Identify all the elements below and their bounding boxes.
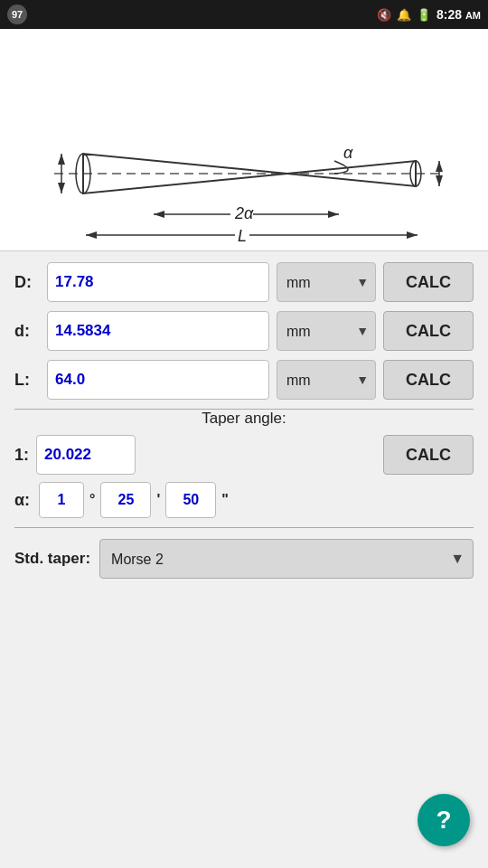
svg-text:L: L <box>238 227 247 245</box>
std-taper-label: Std. taper: <box>14 550 90 568</box>
std-taper-row: Std. taper: Morse 1 Morse 2 Morse 3 Mors… <box>0 539 488 579</box>
D-calc-button[interactable]: CALC <box>383 262 474 302</box>
taper-angle-title: Taper angle: <box>14 410 474 428</box>
divider-2 <box>14 527 474 528</box>
svg-marker-17 <box>58 183 65 193</box>
diagram-svg: α 2α L <box>27 38 461 246</box>
time-display: 8:28 AM <box>436 7 481 22</box>
volume-icon: 🔇 <box>377 8 391 22</box>
signal-value: 97 <box>12 9 23 20</box>
std-taper-select-wrapper: Morse 1 Morse 2 Morse 3 Morse 4 Morse 5 … <box>99 539 474 579</box>
D-row: D: mmcminch ▼ CALC <box>14 262 474 302</box>
svg-marker-13 <box>86 231 97 239</box>
d-row: d: mmcminch ▼ CALC <box>14 311 474 351</box>
L-row: L: mmcminch ▼ CALC <box>14 360 474 400</box>
degrees-unit: ° <box>89 492 95 508</box>
d-calc-button[interactable]: CALC <box>383 311 474 351</box>
minutes-input[interactable] <box>100 482 151 518</box>
main-inputs: D: mmcminch ▼ CALC d: mmcminch ▼ CALC L:… <box>0 251 488 400</box>
svg-text:2α: 2α <box>234 204 254 222</box>
L-label: L: <box>14 371 40 390</box>
D-unit-wrapper: mmcminch ▼ <box>277 262 376 302</box>
d-unit-select[interactable]: mmcminch <box>277 311 376 351</box>
help-button[interactable]: ? <box>418 794 470 846</box>
battery-icon: 🔋 <box>417 8 431 22</box>
d-label: d: <box>14 322 40 341</box>
status-left: 97 <box>7 5 27 24</box>
svg-marker-9 <box>328 211 339 218</box>
d-unit-wrapper: mmcminch ▼ <box>277 311 376 351</box>
D-unit-select[interactable]: mmcminch <box>277 262 376 302</box>
minutes-unit: ' <box>156 492 160 508</box>
taper-ratio-input[interactable] <box>36 435 136 475</box>
L-calc-button[interactable]: CALC <box>383 360 474 400</box>
L-unit-wrapper: mmcminch ▼ <box>277 360 376 400</box>
alpha-label: α: <box>14 491 30 510</box>
svg-marker-20 <box>436 175 443 186</box>
notification-icon: 🔔 <box>397 8 411 22</box>
taper-ratio-row: 1: CALC <box>14 435 474 475</box>
D-label: D: <box>14 273 40 292</box>
d-input[interactable] <box>47 311 269 351</box>
seconds-input[interactable] <box>165 482 216 518</box>
taper-angle-section: Taper angle: 1: CALC α: ° ' " <box>0 410 488 518</box>
L-input[interactable] <box>47 360 269 400</box>
L-unit-select[interactable]: mmcminch <box>277 360 376 400</box>
taper-diagram: α 2α L <box>0 29 488 251</box>
status-bar: 97 🔇 🔔 🔋 8:28 AM <box>0 0 488 29</box>
svg-marker-8 <box>154 211 164 218</box>
status-right: 🔇 🔔 🔋 8:28 AM <box>377 7 481 22</box>
D-input[interactable] <box>47 262 269 302</box>
svg-marker-19 <box>436 161 443 172</box>
svg-marker-16 <box>58 154 65 165</box>
degrees-input[interactable] <box>39 482 84 518</box>
signal-indicator: 97 <box>7 5 27 24</box>
std-taper-select[interactable]: Morse 1 Morse 2 Morse 3 Morse 4 Morse 5 … <box>99 539 474 579</box>
taper-ratio-label: 1: <box>14 446 29 465</box>
help-icon: ? <box>436 806 451 835</box>
svg-marker-14 <box>407 231 418 239</box>
svg-text:α: α <box>343 144 353 162</box>
taper-calc-button[interactable]: CALC <box>383 435 474 475</box>
seconds-unit: " <box>221 492 229 508</box>
alpha-angle-row: α: ° ' " <box>14 482 474 518</box>
